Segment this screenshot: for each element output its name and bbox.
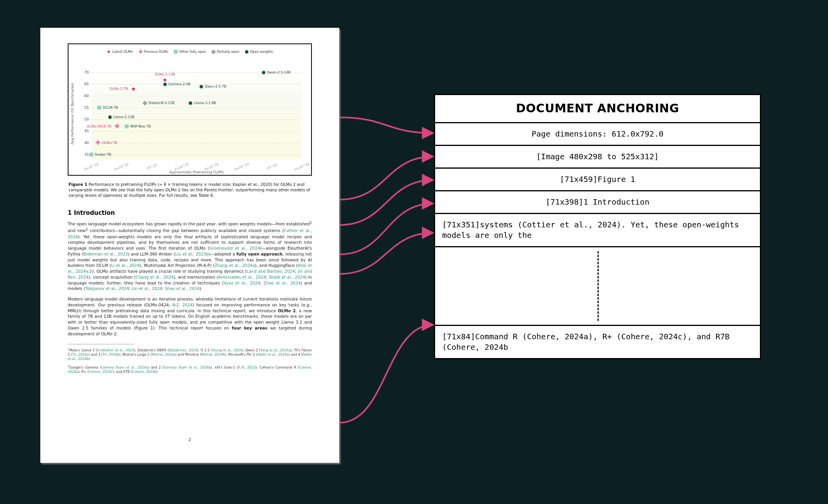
y-tick: 55 xyxy=(85,106,89,110)
data-point: OLMo-2-13B★ xyxy=(155,72,175,82)
connector-arrow xyxy=(340,325,433,423)
anchoring-table: DOCUMENT ANCHORING Page dimensions: 612.… xyxy=(434,94,761,359)
y-tick: 70 xyxy=(85,70,89,74)
legend-dia-icon xyxy=(211,49,216,54)
paper-page: ★Latest OLMo✚Previous OLMoOther fully op… xyxy=(40,28,339,463)
legend-label: Partially open xyxy=(217,50,239,54)
dot-marker-icon xyxy=(108,115,112,119)
legend-star-icon: ★ xyxy=(107,50,111,54)
paper-inner: ★Latest OLMo✚Previous OLMoOther fully op… xyxy=(68,43,312,443)
anchoring-title: DOCUMENT ANCHORING xyxy=(435,95,760,122)
data-point: OLMo-2-7B★ xyxy=(110,87,136,91)
y-tick: 40 xyxy=(85,141,89,145)
legend-item: ★Latest OLMo xyxy=(107,50,133,54)
x-tick: 10^23 xyxy=(146,163,157,170)
plus-marker-icon: ✚ xyxy=(115,124,120,128)
intro-paragraph-2: Modern language model development is an … xyxy=(68,296,312,337)
data-point: DCLM-7B xyxy=(97,106,118,110)
y-tick: 50 xyxy=(85,117,89,121)
dot-marker-icon xyxy=(262,71,265,74)
anchoring-row-introduction: [71x398]1 Introduction xyxy=(435,190,760,213)
point-label: Llama-3.1-8B xyxy=(194,101,216,105)
sq-marker-icon xyxy=(97,106,101,110)
legend-item: Partially open xyxy=(212,50,239,54)
legend-item: ✚Previous OLMo xyxy=(138,50,168,54)
dot-marker-icon xyxy=(163,83,167,86)
data-point: ✚OLMo-7B xyxy=(95,141,117,145)
connector-arrow xyxy=(340,157,433,200)
data-point: StableLM-2-12B xyxy=(143,101,175,105)
scatter-chart: Avg Performance (10 Benchmarks) 35404550… xyxy=(74,55,306,173)
point-label: DCLM-7B xyxy=(103,106,118,110)
y-tick: 65 xyxy=(85,82,89,86)
star-marker-icon: ★ xyxy=(162,78,167,82)
legend-label: Open weights xyxy=(250,50,273,54)
legend-label: Latest OLMo xyxy=(112,50,133,54)
y-axis: 3540455055606570 xyxy=(74,65,91,159)
x-axis-label: Approximate Pretraining FLOPs xyxy=(91,170,302,174)
data-point: MAP-Neo-7B xyxy=(125,124,151,128)
point-label: StableLM-2-12B xyxy=(148,101,175,105)
y-tick: 45 xyxy=(85,129,89,133)
point-label: OLMo-0424-7B xyxy=(86,124,111,128)
anchoring-row-systems: [71x351]systems (Cottier et al., 2024). … xyxy=(435,213,760,246)
legend-item: Open weights xyxy=(245,50,273,54)
data-point: Llama-2-13B xyxy=(108,115,134,119)
dot-marker-icon xyxy=(200,85,203,88)
chart-legend: ★Latest OLMo✚Previous OLMoOther fully op… xyxy=(74,50,306,54)
chart-frame: ★Latest OLMo✚Previous OLMoOther fully op… xyxy=(68,43,312,176)
footnote-2: 2Google's Gemma (Gemma Team et al., 2024… xyxy=(68,365,312,374)
x-tick: 10^24 xyxy=(266,163,277,170)
dia-marker-icon xyxy=(142,101,148,106)
data-point: Qwen-2.5-7B xyxy=(200,85,226,88)
y-tick: 60 xyxy=(85,94,89,98)
data-point: Qwen-2.5-14B xyxy=(262,70,291,74)
point-label: MAP-Neo-7B xyxy=(130,124,151,128)
point-label: Gemma-2-9B xyxy=(168,82,190,86)
point-label: OLMo-2-7B xyxy=(110,87,128,91)
anchoring-row-ellipsis xyxy=(435,246,760,325)
legend-sq-icon xyxy=(174,50,178,54)
connector-arrow xyxy=(340,117,433,133)
point-label: OLMo-7B xyxy=(102,141,117,145)
x-axis: 4×10^226×10^2210^232×10^234×10^236×10^23… xyxy=(91,161,302,169)
point-label: Llama-2-13B xyxy=(113,115,134,119)
data-point: Amber-7B xyxy=(89,153,111,157)
anchoring-row-image: [Image 480x298 to 525x312] xyxy=(435,145,760,167)
intro-paragraph-1: The open language model ecosystem has gr… xyxy=(68,220,312,292)
data-point: OLMo-0424-7B✚ xyxy=(86,124,120,128)
y-tick: 35 xyxy=(85,153,89,157)
sq-marker-icon xyxy=(89,153,93,157)
point-label: Amber-7B xyxy=(95,153,111,157)
legend-dot-icon xyxy=(245,50,248,54)
point-label: Qwen-2.5-14B xyxy=(267,70,291,74)
connector-arrow xyxy=(340,233,433,274)
figure-label: Figure 1 xyxy=(68,182,87,187)
point-label: OLMo-2-13B xyxy=(155,72,175,76)
legend-label: Other fully open xyxy=(179,50,206,54)
anchoring-row-command-r: [71x84]Command R (Cohere, 2024a), R+ (Co… xyxy=(435,325,760,358)
section-heading-introduction: 1 Introduction xyxy=(68,209,312,216)
connector-arrow xyxy=(340,203,433,254)
vertical-dashed-line xyxy=(598,251,599,321)
legend-plus-icon: ✚ xyxy=(138,50,142,54)
plus-marker-icon: ✚ xyxy=(95,141,101,145)
anchoring-row-dimensions: Page dimensions: 612.0x792.0 xyxy=(435,122,760,145)
stage: ★Latest OLMo✚Previous OLMoOther fully op… xyxy=(0,0,828,504)
legend-label: Previous OLMo xyxy=(144,50,168,54)
point-label: Qwen-2.5-7B xyxy=(205,85,226,88)
plot-area: OLMo-2-13B★OLMo-2-7B★Gemma-2-9BQwen-2.5-… xyxy=(91,65,302,159)
dot-marker-icon xyxy=(189,101,193,105)
data-point: Gemma-2-9B xyxy=(163,82,190,86)
anchoring-row-figure1: [71x459]Figure 1 xyxy=(435,167,760,190)
connector-arrow xyxy=(340,180,433,225)
footnote-1: 1Meta's Llama 3 (Grattafiori et al., 202… xyxy=(68,347,312,362)
figure-caption-text: Performance to pretraining FLOPs (≈ 6 × … xyxy=(68,182,310,198)
data-point: Llama-3.1-8B xyxy=(189,101,216,105)
legend-item: Other fully open xyxy=(174,50,206,54)
footnote-rule xyxy=(68,344,134,344)
page-number: 2 xyxy=(68,437,312,442)
sq-marker-icon xyxy=(125,124,129,128)
star-marker-icon: ★ xyxy=(131,87,136,91)
figure-caption: Figure 1 Performance to pretraining FLOP… xyxy=(68,182,311,198)
